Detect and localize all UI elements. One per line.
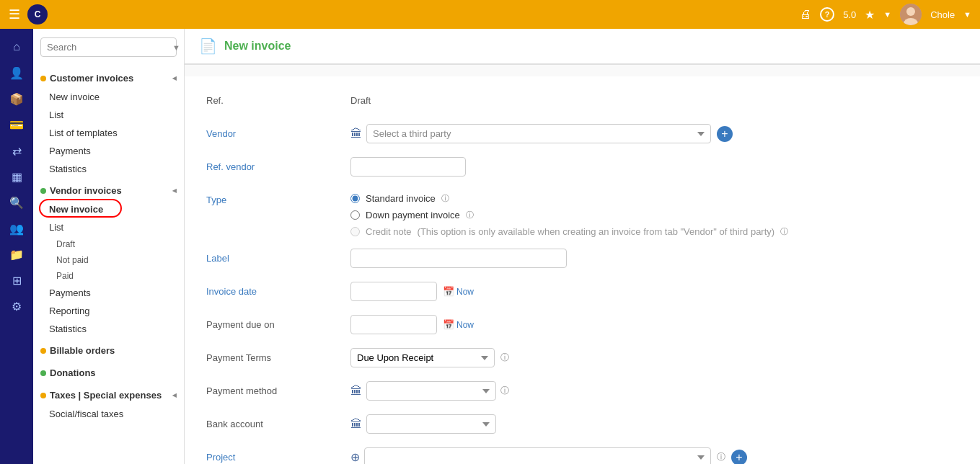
- nav-people[interactable]: 👥: [3, 216, 30, 241]
- nav-chart-bar[interactable]: ▦: [3, 164, 30, 189]
- nav-home[interactable]: ⌂: [3, 35, 30, 59]
- type-standard-option[interactable]: Standard invoice ⓘ: [350, 193, 788, 204]
- payment-due-label: Payment due on: [206, 315, 350, 330]
- payment-due-now-text: Now: [456, 320, 474, 330]
- payment-terms-info-icon: ⓘ: [500, 352, 509, 364]
- label-row: Label: [206, 249, 958, 270]
- payment-method-select[interactable]: [366, 381, 496, 401]
- billable-orders-label: Billable orders: [50, 345, 115, 356]
- sidebar-item-new-invoice-vendor[interactable]: New invoice: [33, 200, 184, 218]
- sidebar-item-list-templates[interactable]: List of templates: [33, 124, 184, 142]
- payment-method-value: 🏛 ⓘ: [350, 381, 958, 401]
- nav-box[interactable]: 📦: [3, 86, 30, 111]
- bank-account-select[interactable]: [366, 414, 496, 434]
- sidebar-sub-paid[interactable]: Paid: [33, 268, 184, 284]
- payment-due-row: Payment due on 📅 Now: [206, 315, 958, 336]
- invoice-date-now-link[interactable]: 📅 Now: [443, 286, 474, 297]
- donations-section: Donations: [33, 363, 184, 383]
- payment-terms-row: Payment Terms Due Upon Receipt ⓘ: [206, 348, 958, 370]
- nav-transfer[interactable]: ⇄: [3, 138, 30, 163]
- add-vendor-button[interactable]: +: [717, 126, 733, 142]
- user-chevron-icon[interactable]: ▼: [963, 10, 971, 19]
- payment-terms-select[interactable]: Due Upon Receipt: [350, 348, 495, 367]
- sidebar-item-statistics-customer[interactable]: Statistics: [33, 160, 184, 178]
- bank-account-label: Bank account: [206, 414, 350, 429]
- payment-terms-label: Payment Terms: [206, 348, 350, 363]
- nav-settings[interactable]: ⚙: [3, 294, 30, 318]
- customer-section-chevron: ◂: [172, 73, 177, 83]
- sidebar-item-reporting[interactable]: Reporting: [33, 302, 184, 320]
- help-icon[interactable]: ?: [820, 7, 834, 22]
- type-standard-radio[interactable]: [350, 194, 360, 203]
- type-row: Type Standard invoice ⓘ Down payment inv…: [206, 190, 958, 237]
- payment-due-input[interactable]: [350, 315, 437, 334]
- nav-folder[interactable]: 📁: [3, 242, 30, 267]
- project-select[interactable]: [364, 447, 711, 464]
- vendor-section-chevron: ◂: [172, 186, 177, 195]
- vendor-label: Vendor: [206, 124, 350, 139]
- project-label: Project: [206, 447, 350, 463]
- sidebar-item-statistics-vendor[interactable]: Statistics: [33, 320, 184, 338]
- search-box[interactable]: ▼: [40, 37, 177, 57]
- nav-grid[interactable]: ⊞: [3, 268, 30, 293]
- user-name[interactable]: Chole: [930, 9, 955, 20]
- ref-vendor-value: [350, 157, 958, 177]
- nav-money[interactable]: 💳: [3, 112, 30, 137]
- taxes-header[interactable]: Taxes | Special expenses ◂: [33, 385, 184, 405]
- label-input[interactable]: [350, 249, 567, 268]
- vendor-invoices-section: Vendor invoices ◂ New invoice List Draft…: [33, 181, 184, 338]
- printer-icon[interactable]: 🖨: [800, 8, 811, 21]
- billable-dot: [40, 348, 46, 354]
- payment-due-now-link[interactable]: 📅 Now: [443, 319, 474, 330]
- project-row: Project ⊕ ⓘ +: [206, 447, 958, 464]
- project-value: ⊕ ⓘ +: [350, 447, 958, 464]
- type-credit-note-radio[interactable]: [350, 227, 360, 236]
- sidebar-item-list-vendor[interactable]: List: [33, 218, 184, 236]
- sidebar-sub-draft[interactable]: Draft: [33, 236, 184, 252]
- now-text: Now: [456, 287, 474, 297]
- bank-account-building-icon: 🏛: [350, 418, 362, 431]
- customer-invoices-section: Customer invoices ◂ New invoice List Lis…: [33, 68, 184, 178]
- ref-value: Draft: [350, 91, 958, 106]
- type-credit-note-option[interactable]: Credit note (This option is only availab…: [350, 226, 788, 237]
- vendor-row: Vendor 🏛 Select a third party +: [206, 124, 958, 146]
- payment-method-building-icon: 🏛: [350, 385, 362, 398]
- sidebar: ▼ Customer invoices ◂ New invoice List L…: [33, 29, 185, 464]
- type-down-payment-radio[interactable]: [350, 210, 360, 220]
- sidebar-item-new-invoice-customer[interactable]: New invoice: [33, 88, 184, 106]
- star-icon[interactable]: ★: [865, 8, 875, 22]
- menu-button[interactable]: ☰: [9, 6, 20, 22]
- type-down-payment-info-icon: ⓘ: [466, 210, 474, 220]
- sidebar-item-list-customer[interactable]: List: [33, 106, 184, 124]
- customer-invoices-header[interactable]: Customer invoices ◂: [33, 68, 184, 88]
- sidebar-sub-not-paid[interactable]: Not paid: [33, 252, 184, 268]
- nav-person[interactable]: 👤: [3, 61, 30, 85]
- avatar[interactable]: [900, 4, 922, 25]
- donations-label: Donations: [50, 367, 96, 378]
- project-info-icon: ⓘ: [717, 451, 725, 463]
- taxes-dot: [40, 393, 46, 398]
- search-input[interactable]: [47, 42, 168, 53]
- type-down-payment-option[interactable]: Down payment invoice ⓘ: [350, 210, 788, 220]
- sidebar-item-payments-vendor[interactable]: Payments: [33, 284, 184, 302]
- sidebar-item-payments-customer[interactable]: Payments: [33, 142, 184, 160]
- invoice-date-input[interactable]: [350, 282, 437, 301]
- nav-search[interactable]: 🔍: [3, 190, 30, 215]
- form-area: Ref. Draft Vendor 🏛 Select a third party…: [185, 76, 980, 464]
- project-icon: ⊕: [350, 450, 360, 464]
- payment-method-label: Payment method: [206, 381, 350, 396]
- invoice-date-label: Invoice date: [206, 282, 350, 297]
- add-project-button[interactable]: +: [731, 450, 747, 465]
- billable-orders-header[interactable]: Billable orders: [33, 341, 184, 360]
- donations-header[interactable]: Donations: [33, 363, 184, 383]
- vendor-select-wrapper: 🏛 Select a third party: [350, 124, 711, 143]
- payment-terms-value: Due Upon Receipt ⓘ: [350, 348, 958, 367]
- vendor-select[interactable]: Select a third party: [366, 124, 711, 143]
- type-credit-note-note: (This option is only available when crea…: [418, 226, 775, 237]
- vendor-invoices-header[interactable]: Vendor invoices ◂: [33, 181, 184, 200]
- chevron-icon[interactable]: ▼: [883, 10, 891, 19]
- vendor-dot: [40, 188, 46, 194]
- customer-invoices-label: Customer invoices: [50, 73, 133, 84]
- ref-vendor-input[interactable]: [350, 157, 466, 177]
- sidebar-item-social-taxes[interactable]: Social/fiscal taxes: [33, 405, 184, 423]
